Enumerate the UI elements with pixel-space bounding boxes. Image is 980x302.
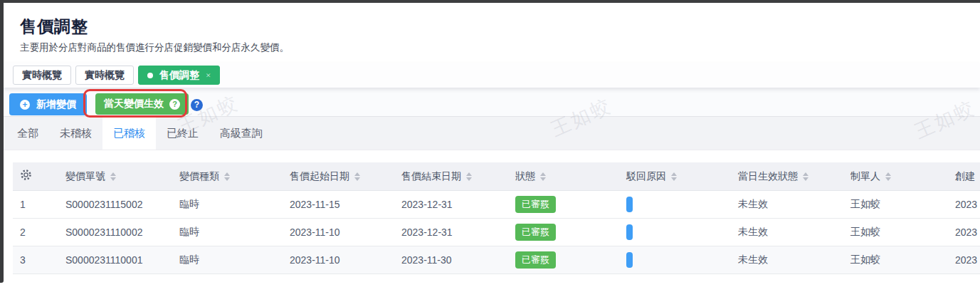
status-cell: 已審覈 xyxy=(504,196,615,213)
row-index: 1 xyxy=(13,199,54,210)
sort-icon[interactable] xyxy=(803,172,808,181)
tag-tab-realtime-overview-2[interactable]: 實時概覽 xyxy=(75,66,134,85)
column-header-created[interactable]: 創建 xyxy=(944,170,980,183)
reject-reason-cell xyxy=(615,224,727,240)
question-icon: ? xyxy=(169,99,180,110)
status-cell: 已審覈 xyxy=(504,251,615,269)
price-change-table: 變價單號 變價種類 售價起始日期 售價結束日期 狀態 駁回原因 xyxy=(13,162,980,274)
tab-advanced-query[interactable]: 高級查詢 xyxy=(209,117,273,150)
add-price-change-button[interactable]: + 新增變價 xyxy=(9,93,87,115)
sort-icon[interactable] xyxy=(224,172,230,181)
page-title: 售價調整 xyxy=(20,17,980,37)
status-cell: 已審覈 xyxy=(504,224,615,241)
window-top-edge xyxy=(0,0,980,3)
start-date-cell: 2023-11-10 xyxy=(278,254,390,266)
status-badge: 已審覈 xyxy=(515,196,556,213)
gear-icon xyxy=(20,169,32,184)
sort-icon[interactable] xyxy=(885,172,891,181)
column-label: 制單人 xyxy=(850,170,880,183)
created-cell: 2023 xyxy=(944,226,980,238)
effective-button-label: 當天變價生效 xyxy=(104,98,164,110)
table-header-row: 變價單號 變價種類 售價起始日期 售價結束日期 狀態 駁回原因 xyxy=(13,162,980,191)
tag-label: 售價調整 xyxy=(159,69,199,82)
change-type-cell: 臨時 xyxy=(168,254,278,266)
reject-reason-cell xyxy=(615,197,727,212)
plus-icon: + xyxy=(20,100,30,110)
sort-icon[interactable] xyxy=(466,172,472,181)
close-icon[interactable]: × xyxy=(206,70,211,81)
table-row[interactable]: 2 S0000231110002 臨時 2023-11-10 2023-12-3… xyxy=(13,219,980,246)
created-cell: 2023 xyxy=(944,254,980,266)
row-index: 2 xyxy=(13,226,54,238)
creator-cell: 王如蛟 xyxy=(839,226,944,239)
column-header-creator[interactable]: 制單人 xyxy=(839,170,944,183)
page-subtitle: 主要用於分店對商品的售價進行分店促銷變價和分店永久變價。 xyxy=(20,41,980,54)
tab-unaudited[interactable]: 未稽核 xyxy=(49,117,102,150)
end-date-cell: 2023-12-31 xyxy=(390,199,504,210)
table-row[interactable]: 3 S0000231110001 臨時 2023-11-10 2023-11-3… xyxy=(13,246,980,274)
column-label: 狀態 xyxy=(515,170,535,183)
change-type-cell: 臨時 xyxy=(168,198,278,211)
change-type-cell: 臨時 xyxy=(168,226,278,239)
order-no-cell: S0000231115002 xyxy=(54,199,168,210)
row-index: 3 xyxy=(13,254,54,266)
tag-label: 實時概覽 xyxy=(85,69,125,82)
tab-all[interactable]: 全部 xyxy=(6,117,49,150)
today-status-cell: 未生效 xyxy=(727,198,839,211)
sort-icon[interactable] xyxy=(540,172,546,181)
column-header-order-no[interactable]: 變價單號 xyxy=(54,170,168,183)
active-dot-icon xyxy=(147,73,153,78)
window-left-edge xyxy=(0,0,4,283)
start-date-cell: 2023-11-10 xyxy=(278,226,390,238)
column-label: 變價種類 xyxy=(179,170,219,183)
reject-reason-indicator[interactable] xyxy=(626,197,633,212)
end-date-cell: 2023-12-31 xyxy=(390,226,504,238)
open-tabs-bar: 實時概覽 實時概覽 售價調整 × xyxy=(4,63,980,88)
column-label: 售價結束日期 xyxy=(401,170,461,183)
sort-icon[interactable] xyxy=(110,172,116,181)
tab-audited[interactable]: 已稽核 xyxy=(102,117,156,150)
column-settings-header[interactable] xyxy=(13,169,54,184)
start-date-cell: 2023-11-15 xyxy=(278,199,390,210)
reject-reason-cell xyxy=(615,252,727,268)
reject-reason-indicator[interactable] xyxy=(626,224,633,240)
today-status-cell: 未生效 xyxy=(727,254,839,266)
column-label: 駁回原因 xyxy=(626,170,666,183)
page-header: 售價調整 主要用於分店對商品的售價進行分店促銷變價和分店永久變價。 xyxy=(4,3,980,54)
order-no-cell: S0000231110002 xyxy=(54,226,168,238)
tag-label: 實時概覽 xyxy=(22,69,62,82)
column-header-status[interactable]: 狀態 xyxy=(504,170,615,183)
status-badge: 已審覈 xyxy=(515,224,556,241)
tag-tab-realtime-overview-1[interactable]: 實時概覽 xyxy=(13,66,71,85)
tag-tab-price-adjustment[interactable]: 售價調整 × xyxy=(138,66,220,85)
status-filter-tabs: 全部 未稽核 已稽核 已終止 高級查詢 xyxy=(4,116,980,150)
column-header-reject-reason[interactable]: 駁回原因 xyxy=(615,170,727,183)
created-cell: 2023 xyxy=(944,199,980,210)
today-status-cell: 未生效 xyxy=(727,226,839,239)
creator-cell: 王如蛟 xyxy=(839,254,944,266)
add-button-label: 新增變價 xyxy=(36,98,76,111)
order-no-cell: S0000231110001 xyxy=(54,254,168,266)
sort-icon[interactable] xyxy=(671,172,677,181)
creator-cell: 王如蛟 xyxy=(839,198,944,211)
status-badge: 已審覈 xyxy=(515,251,556,269)
today-price-change-effective-button[interactable]: 當天變價生效 ? xyxy=(95,93,189,115)
column-label: 售價起始日期 xyxy=(290,170,349,183)
column-label: 當日生效狀態 xyxy=(738,170,798,183)
column-header-change-type[interactable]: 變價種類 xyxy=(168,170,278,183)
table-row[interactable]: 1 S0000231115002 臨時 2023-11-15 2023-12-3… xyxy=(13,191,980,219)
column-label: 變價單號 xyxy=(65,170,105,183)
column-header-today-effective-status[interactable]: 當日生效狀態 xyxy=(727,170,839,183)
reject-reason-indicator[interactable] xyxy=(626,252,633,268)
sort-icon[interactable] xyxy=(354,172,360,181)
column-header-end-date[interactable]: 售價結束日期 xyxy=(390,170,504,183)
end-date-cell: 2023-11-30 xyxy=(390,254,504,266)
main-content: 售價調整 主要用於分店對商品的售價進行分店促銷變價和分店永久變價。 實時概覽 實… xyxy=(4,3,980,302)
column-label: 創建 xyxy=(955,170,975,183)
tab-terminated[interactable]: 已終止 xyxy=(156,117,209,150)
help-icon[interactable]: ? xyxy=(191,99,203,111)
toolbar: + 新增變價 當天變價生效 ? ? xyxy=(4,88,980,116)
column-header-start-date[interactable]: 售價起始日期 xyxy=(278,170,390,183)
